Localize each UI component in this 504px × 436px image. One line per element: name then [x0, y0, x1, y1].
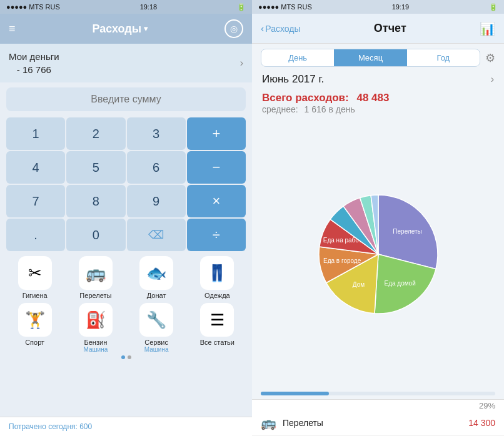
right-status-bar: ●●●●● MTS RUS 19:19 🔋	[252, 0, 504, 14]
back-button[interactable]: ‹ Расходы	[261, 23, 301, 34]
balance-text: Мои деньги - 16 766	[9, 50, 59, 76]
progress-bar-fill	[261, 392, 329, 395]
balance-line1: Мои деньги	[9, 50, 59, 63]
pie-chart: ПерелетыЕда домойДомЕда в городеЕда на р…	[313, 189, 444, 320]
total-label: Всего расходов:	[262, 92, 349, 104]
gear-icon[interactable]: ⚙	[485, 51, 495, 65]
category-item-6[interactable]: 🔧 Сервис Машина	[128, 303, 185, 353]
chart-icon[interactable]: 📊	[480, 21, 495, 36]
categories-section: ✂ Гигиена 🚌 Перелеты 🐟 Донат 👖 Одежда 🏋 …	[0, 252, 252, 417]
key-8[interactable]: 8	[66, 185, 125, 217]
avg-label: среднее:	[262, 104, 298, 114]
left-battery: 🔋	[237, 3, 246, 11]
categories-grid: ✂ Гигиена 🚌 Перелеты 🐟 Донат 👖 Одежда 🏋 …	[6, 256, 246, 353]
period-tab-год[interactable]: Год	[407, 49, 480, 66]
left-carrier: ●●●●● MTS RUS	[6, 3, 60, 11]
title-chevron-icon[interactable]: ▾	[144, 24, 148, 33]
list-item-label-0: Перелеты	[283, 418, 462, 428]
pie-label-2: Дом	[352, 281, 364, 288]
category-icon-0: ✂	[18, 256, 52, 290]
right-panel: ●●●●● MTS RUS 19:19 🔋 ‹ Расходы Отчет 📊 …	[252, 0, 504, 436]
category-item-4[interactable]: 🏋 Спорт	[6, 303, 63, 353]
key-_[interactable]: ⌫	[127, 219, 186, 251]
category-label-6: Сервис	[144, 339, 168, 346]
avg-value: 1 616 в день	[305, 104, 355, 114]
key-6[interactable]: 6	[127, 151, 186, 184]
bottom-list: 29% 🚌 Перелеты 14 300	[252, 399, 504, 436]
page-dots	[6, 353, 246, 362]
right-nav-bar: ‹ Расходы Отчет 📊	[252, 14, 504, 44]
key-2[interactable]: 2	[66, 117, 125, 150]
right-time: 19:19	[392, 3, 410, 11]
dot-1	[121, 355, 125, 359]
balance-section: Мои деньги - 16 766 ›	[0, 44, 252, 82]
right-battery: 🔋	[489, 3, 498, 11]
list-item-0[interactable]: 🚌 Перелеты 14 300	[252, 410, 504, 436]
profile-icon[interactable]: ◎	[224, 19, 243, 38]
category-label-0: Гигиена	[23, 292, 48, 299]
back-label: Расходы	[265, 24, 300, 34]
today-spent-text: Потрачено сегодня: 600	[9, 422, 92, 431]
key-_[interactable]: .	[6, 219, 65, 251]
category-sublabel-5: Машина	[84, 346, 108, 353]
period-header: Июнь 2017 г. ›	[252, 69, 504, 89]
period-chevron-icon[interactable]: ›	[491, 74, 494, 85]
key-0[interactable]: 0	[66, 219, 125, 251]
avg-line: среднее: 1 616 в день	[262, 104, 494, 114]
category-item-7[interactable]: ☰ Все статьи	[189, 303, 246, 353]
key-4[interactable]: 4	[6, 151, 65, 184]
category-label-1: Перелеты	[79, 292, 111, 299]
pie-label-1: Еда домой	[384, 280, 415, 287]
totals-section: Всего расходов: 48 483 среднее: 1 616 в …	[252, 89, 504, 117]
category-item-2[interactable]: 🐟 Донат	[128, 256, 185, 299]
period-tab-месяц[interactable]: Месяц	[334, 49, 406, 66]
category-icon-7: ☰	[200, 303, 234, 337]
key-9[interactable]: 9	[127, 185, 186, 217]
key-5[interactable]: 5	[66, 151, 125, 184]
category-icon-3: 👖	[200, 256, 234, 290]
right-title: Отчет	[306, 22, 475, 35]
total-line: Всего расходов: 48 483	[262, 92, 494, 104]
category-sublabel-6: Машина	[144, 346, 169, 353]
category-label-2: Донат	[147, 292, 166, 299]
category-label-7: Все статьи	[200, 339, 234, 346]
key-_[interactable]: −	[187, 151, 246, 184]
key-3[interactable]: 3	[127, 117, 186, 150]
category-label-3: Одежда	[204, 292, 230, 299]
left-nav-bar: ≡ Расходы ▾ ◎	[0, 14, 252, 44]
left-nav-title: Расходы ▾	[92, 22, 148, 36]
amount-input-area	[0, 82, 252, 116]
balance-chevron-icon[interactable]: ›	[240, 57, 243, 69]
tabs-gear-row: ДеньМесяцГод ⚙	[252, 44, 504, 69]
progress-bar-wrap	[261, 392, 495, 395]
key-7[interactable]: 7	[6, 185, 65, 217]
left-bottom-bar: Потрачено сегодня: 600	[0, 417, 252, 436]
keypad: 123+456−789×.0⌫÷	[0, 116, 252, 252]
list-item-amount-0: 14 300	[468, 418, 495, 428]
key-_[interactable]: ÷	[187, 219, 246, 251]
period-tabs: ДеньМесяцГод	[261, 49, 480, 67]
period-label: Июнь 2017 г.	[262, 73, 324, 86]
period-tab-день[interactable]: День	[261, 49, 334, 66]
key-1[interactable]: 1	[6, 117, 65, 150]
chart-area: ПерелетыЕда домойДомЕда в городеЕда на р…	[252, 117, 504, 392]
progress-percent-label: 29%	[479, 401, 495, 410]
key-_[interactable]: ×	[187, 185, 246, 217]
category-item-1[interactable]: 🚌 Перелеты	[67, 256, 124, 299]
pie-label-0: Перелеты	[393, 228, 421, 235]
amount-input[interactable]	[6, 87, 246, 111]
dot-2	[128, 355, 131, 359]
category-icon-5: ⛽	[79, 303, 113, 337]
category-icon-1: 🚌	[79, 256, 113, 290]
list-item-icon-0: 🚌	[261, 415, 276, 430]
category-item-0[interactable]: ✂ Гигиена	[6, 256, 63, 299]
category-label-4: Спорт	[25, 339, 44, 346]
balance-line2: - 16 766	[9, 63, 59, 76]
key-_[interactable]: +	[187, 117, 246, 150]
category-icon-6: 🔧	[139, 303, 173, 337]
back-chevron-icon: ‹	[261, 23, 264, 34]
category-label-5: Бензин	[84, 339, 108, 346]
category-item-3[interactable]: 👖 Одежда	[189, 256, 246, 299]
menu-icon[interactable]: ≡	[9, 22, 16, 36]
category-item-5[interactable]: ⛽ Бензин Машина	[67, 303, 124, 353]
